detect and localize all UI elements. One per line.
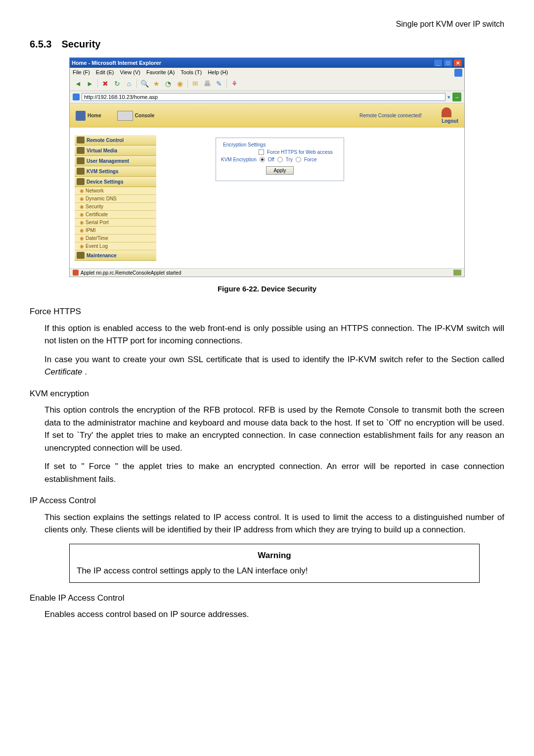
heading-enable-ip: Enable IP Access Control (30, 592, 504, 605)
sidebar-item-maintenance[interactable]: Maintenance (75, 250, 156, 261)
menu-help[interactable]: Help (H) (208, 69, 228, 75)
sidebar-item-remote-control[interactable]: Remote Control (75, 135, 156, 145)
search-icon[interactable]: 🔍 (139, 78, 150, 89)
refresh-button[interactable]: ↻ (112, 78, 123, 89)
sidebar-sub-event-log[interactable]: ◉Event Log (75, 242, 156, 250)
text-span: In case you want to create your own SSL … (44, 355, 504, 364)
internet-zone-icon (453, 270, 461, 276)
remote-status: Remote Console connected! (359, 113, 422, 118)
go-button[interactable]: → (452, 93, 461, 101)
radio-force[interactable] (296, 157, 301, 162)
para-force-https-2: In case you want to create your own SSL … (44, 353, 504, 378)
force-https-checkbox[interactable] (259, 149, 264, 155)
menu-edit[interactable]: Edit (E) (96, 69, 114, 75)
sub-label: Serial Port (86, 220, 109, 225)
sub-label: Dynamic DNS (86, 196, 117, 201)
sidebar-sub-dynamic-dns[interactable]: ◉Dynamic DNS (75, 195, 156, 203)
fieldset-legend: Encryption Settings (221, 142, 267, 147)
maximize-button[interactable]: □ (444, 59, 452, 67)
page-header: Single port KVM over IP switch (30, 20, 504, 29)
menu-file[interactable]: File (F) (73, 69, 90, 75)
sidebar: Remote Control Virtual Media User Manage… (75, 135, 156, 261)
para-enable-ip-1: Enables access control based on IP sourc… (44, 608, 504, 621)
favorites-icon[interactable]: ★ (151, 78, 162, 89)
edit-icon[interactable]: ✎ (214, 78, 224, 89)
encryption-fieldset: Encryption Settings Force HTTPS for Web … (216, 138, 344, 181)
console-icon[interactable] (117, 111, 133, 121)
wrench-icon (77, 252, 85, 259)
menu-view[interactable]: View (V) (120, 69, 140, 75)
para-kvm-enc-2: If set to " Force " the applet tries to … (44, 460, 504, 485)
sidebar-label: Device Settings (87, 179, 123, 185)
radio-try[interactable] (277, 157, 283, 162)
home-tab[interactable]: Home (88, 113, 101, 118)
media-icon[interactable]: ◉ (175, 78, 185, 89)
text-span: . (83, 367, 87, 377)
ie-logo-icon (454, 69, 462, 77)
radio-off-label: Off (268, 157, 274, 162)
stop-button[interactable]: ✖ (100, 78, 111, 89)
print-icon[interactable]: 🖶 (202, 78, 213, 89)
address-bar: http://192.168.10.23/home.asp ▾ → (70, 91, 464, 103)
home-button[interactable]: ⌂ (124, 78, 134, 89)
back-button[interactable]: ◄ (73, 78, 84, 89)
window-title: Home - Microsoft Internet Explorer (72, 60, 434, 66)
section-heading: 6.5.3Security (30, 39, 504, 50)
apply-button[interactable]: Apply (266, 166, 293, 175)
figure-caption: Figure 6-22. Device Security (30, 284, 504, 293)
force-https-label: Force HTTPS for Web access (267, 149, 333, 155)
sidebar-label: Remote Control (87, 138, 124, 143)
section-title-text: Security (61, 39, 100, 49)
history-icon[interactable]: ◔ (163, 78, 174, 89)
heading-kvm-encryption: KVM encryption (30, 387, 504, 400)
sidebar-sub-ipmi[interactable]: ◉IPMI (75, 227, 156, 235)
titlebar: Home - Microsoft Internet Explorer _ □ ✕ (70, 58, 464, 68)
menubar: File (F) Edit (E) View (V) Favorite (A) … (70, 68, 464, 77)
close-button[interactable]: ✕ (453, 59, 462, 67)
menu-tools[interactable]: Tools (T) (180, 69, 202, 75)
console-tab[interactable]: Console (135, 113, 154, 118)
app-header: Home Console Remote Console connected! L… (70, 103, 464, 128)
para-ip-access-1: This section explains the settings relat… (44, 511, 504, 536)
sub-label: Security (86, 204, 103, 209)
applet-icon (73, 270, 79, 276)
sidebar-sub-network[interactable]: ◉Network (75, 187, 156, 195)
sidebar-sub-date-time[interactable]: ◉Date/Time (75, 235, 156, 242)
browser-window: Home - Microsoft Internet Explorer _ □ ✕… (69, 57, 465, 277)
kvm-encryption-label: KVM Encryption (221, 157, 257, 162)
msn-icon[interactable]: ⚘ (229, 78, 240, 89)
radio-off[interactable] (260, 157, 265, 162)
logout-label[interactable]: Logout (442, 118, 458, 124)
sidebar-item-user-management[interactable]: User Management (75, 156, 156, 166)
dropdown-icon[interactable]: ▾ (447, 94, 450, 100)
status-bar: Applet nn.pp.rc.RemoteConsoleApplet star… (70, 268, 464, 277)
forward-button[interactable]: ► (85, 78, 95, 89)
sidebar-label: KVM Settings (87, 169, 118, 174)
sidebar-sub-certificate[interactable]: ◉Certificate (75, 211, 156, 219)
logout-icon[interactable] (442, 107, 451, 117)
sidebar-sub-security[interactable]: ◉Security (75, 203, 156, 211)
home-icon[interactable] (76, 111, 86, 121)
sidebar-item-virtual-media[interactable]: Virtual Media (75, 145, 156, 156)
warning-box: Warning The IP access control settings a… (69, 544, 480, 583)
device-icon (77, 178, 85, 185)
minimize-button[interactable]: _ (434, 59, 443, 67)
section-number: 6.5.3 (30, 39, 51, 49)
url-input[interactable]: http://192.168.10.23/home.asp (82, 93, 445, 101)
warning-text: The IP access control settings apply to … (77, 565, 472, 577)
sidebar-label: Maintenance (87, 253, 117, 258)
toolbar: ◄ ► ✖ ↻ ⌂ 🔍 ★ ◔ ◉ ✉ 🖶 ✎ ⚘ (70, 77, 464, 91)
sidebar-item-kvm-settings[interactable]: KVM Settings (75, 166, 156, 177)
sub-label: IPMI (86, 228, 96, 233)
mail-icon[interactable]: ✉ (190, 78, 201, 89)
sub-label: Event Log (86, 243, 108, 249)
heading-ip-access: IP Access Control (30, 494, 504, 507)
status-text: Applet nn.pp.rc.RemoteConsoleApplet star… (81, 270, 453, 276)
heading-force-https: Force HTTPS (30, 305, 504, 318)
menu-favorite[interactable]: Favorite (A) (146, 69, 175, 75)
sidebar-item-device-settings[interactable]: Device Settings (75, 177, 156, 187)
address-icon (73, 94, 80, 100)
sidebar-sub-serial-port[interactable]: ◉Serial Port (75, 219, 156, 227)
users-icon (77, 157, 85, 164)
monitor-icon (77, 137, 85, 143)
